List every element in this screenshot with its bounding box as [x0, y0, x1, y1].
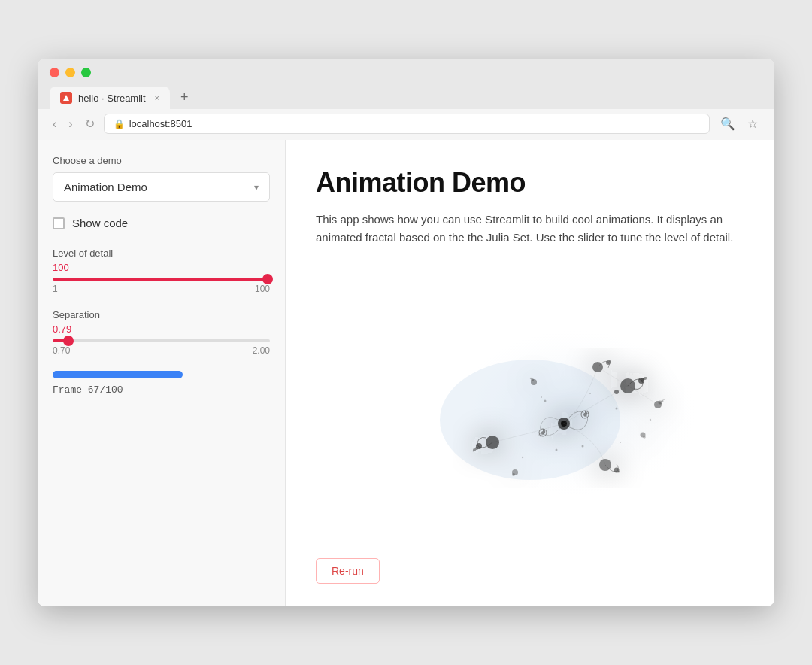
svg-point-28 — [663, 399, 665, 400]
address-bar: ‹ › ↻ 🔒 localhost:8501 🔍 ☆ — [38, 109, 774, 140]
svg-point-44 — [522, 457, 523, 458]
svg-point-36 — [544, 400, 547, 402]
main-panel: Animation Demo This app shows how you ca… — [286, 140, 774, 606]
progress-bar-container — [53, 371, 270, 378]
demo-select-dropdown[interactable]: Animation Demo ▾ — [53, 172, 270, 202]
svg-point-33 — [512, 473, 515, 476]
level-of-detail-thumb[interactable] — [262, 274, 273, 284]
choose-demo-label: Choose a demo — [53, 155, 270, 166]
url-text: localhost:8501 — [129, 118, 192, 129]
svg-point-1 — [440, 360, 620, 480]
progress-bar — [53, 371, 183, 378]
browser-content: Choose a demo Animation Demo ▾ Show code… — [38, 140, 774, 606]
maximize-traffic-light[interactable] — [81, 68, 91, 77]
separation-thumb[interactable] — [63, 336, 74, 346]
title-bar: hello · Streamlit × + — [38, 59, 774, 109]
browser-window: hello · Streamlit × + ‹ › ↻ 🔒 localhost:… — [38, 59, 774, 606]
new-tab-button[interactable]: + — [173, 85, 293, 109]
description-line2: animated fractal based on the the Julia … — [316, 231, 733, 244]
separation-range: 0.70 2.00 — [53, 345, 270, 356]
browser-tab-active[interactable]: hello · Streamlit × — [50, 87, 170, 109]
level-of-detail-range: 1 100 — [53, 284, 270, 294]
bookmark-button[interactable]: ☆ — [743, 115, 762, 132]
tabs-bar: hello · Streamlit × + — [50, 85, 762, 109]
close-traffic-light[interactable] — [50, 68, 59, 77]
separation-min: 0.70 — [53, 345, 70, 356]
svg-point-41 — [589, 393, 591, 394]
svg-point-12 — [646, 377, 647, 378]
address-actions: 🔍 ☆ — [716, 115, 762, 132]
page-description: This app shows how you can use Streamlit… — [316, 211, 737, 247]
svg-point-13 — [614, 390, 619, 394]
separation-max: 2.00 — [253, 345, 270, 356]
lock-icon: 🔒 — [114, 119, 125, 129]
svg-point-18 — [473, 451, 474, 452]
rerun-button[interactable]: Re-run — [316, 558, 380, 584]
tab-title: hello · Streamlit — [78, 93, 146, 104]
sidebar: Choose a demo Animation Demo ▾ Show code… — [38, 140, 286, 606]
level-of-detail-max: 100 — [255, 284, 270, 294]
level-of-detail-value: 100 — [53, 262, 270, 273]
page-title: Animation Demo — [316, 167, 744, 199]
forward-button[interactable]: › — [65, 116, 75, 132]
level-of-detail-min: 1 — [53, 284, 58, 294]
fractal-container — [316, 262, 744, 533]
level-of-detail-label: Level of detail — [53, 247, 270, 259]
separation-label: Separation — [53, 309, 270, 320]
search-button[interactable]: 🔍 — [716, 115, 740, 132]
url-field[interactable]: 🔒 localhost:8501 — [104, 114, 710, 134]
description-line1: This app shows how you can use Streamlit… — [316, 213, 723, 226]
svg-point-43 — [650, 419, 651, 421]
level-of-detail-section: Level of detail 100 1 100 — [53, 247, 270, 294]
show-code-checkbox[interactable] — [53, 217, 65, 229]
back-button[interactable]: ‹ — [50, 116, 59, 132]
svg-point-42 — [620, 442, 621, 443]
refresh-button[interactable]: ↻ — [82, 115, 98, 132]
julia-set-fractal — [350, 262, 710, 533]
chevron-down-icon: ▾ — [254, 182, 259, 193]
svg-point-40 — [556, 449, 558, 451]
traffic-lights — [50, 68, 762, 77]
separation-track — [53, 339, 270, 342]
svg-point-21 — [609, 360, 611, 363]
svg-point-27 — [662, 400, 664, 402]
minimize-traffic-light[interactable] — [65, 68, 75, 77]
streamlit-tab-icon — [60, 92, 72, 104]
show-code-label: Show code — [72, 217, 128, 229]
svg-point-37 — [541, 396, 542, 398]
demo-select-value: Animation Demo — [64, 181, 147, 193]
svg-point-38 — [582, 445, 584, 448]
separation-section: Separation 0.79 0.70 2.00 — [53, 309, 270, 356]
separation-value: 0.79 — [53, 323, 270, 335]
svg-point-31 — [530, 378, 532, 379]
svg-point-24 — [617, 471, 620, 473]
frame-text: Frame 67/100 — [53, 384, 270, 396]
level-of-detail-track — [53, 278, 270, 281]
level-of-detail-slider[interactable] — [53, 278, 270, 281]
show-code-row: Show code — [53, 217, 270, 229]
svg-point-35 — [643, 436, 646, 439]
level-of-detail-fill — [53, 278, 268, 281]
svg-point-39 — [616, 408, 618, 410]
tab-close-button[interactable]: × — [155, 93, 159, 102]
separation-slider[interactable] — [53, 339, 270, 342]
